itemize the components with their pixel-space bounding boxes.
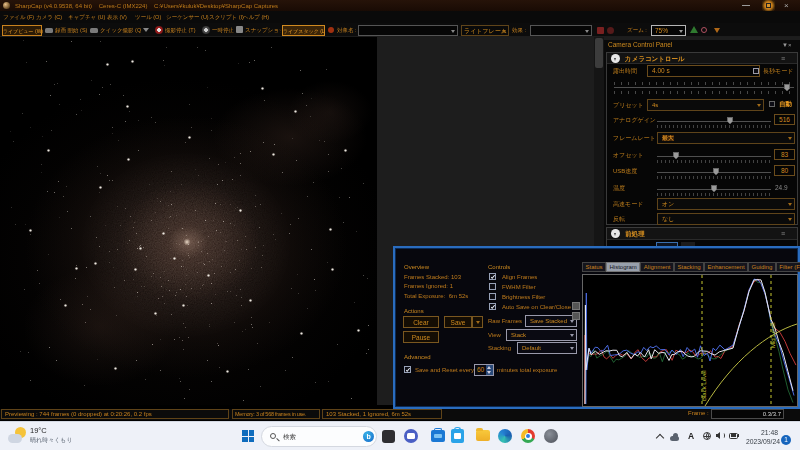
svg-text:Black Level: Black Level <box>701 370 707 401</box>
svg-text:Mid Level: Mid Level <box>770 322 776 348</box>
